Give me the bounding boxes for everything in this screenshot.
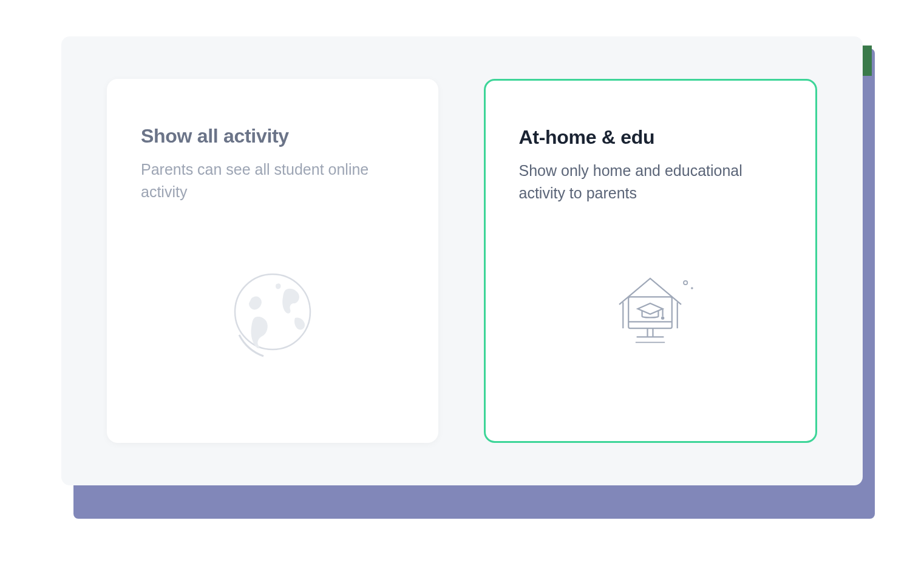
card-description: Show only home and educational activity … <box>519 160 783 204</box>
option-show-all-activity[interactable]: Show all activity Parents can see all st… <box>107 79 438 443</box>
svg-point-11 <box>684 281 687 285</box>
svg-point-0 <box>235 274 310 349</box>
home-education-icon <box>519 217 783 411</box>
svg-point-10 <box>661 316 664 319</box>
svg-rect-3 <box>628 297 672 328</box>
options-panel: Show all activity Parents can see all st… <box>61 36 863 485</box>
card-title: At-home & edu <box>519 126 783 149</box>
globe-icon <box>141 215 404 412</box>
card-description: Parents can see all student online activ… <box>141 158 404 203</box>
card-title: Show all activity <box>141 125 404 147</box>
svg-point-12 <box>691 287 693 289</box>
option-at-home-edu[interactable]: At-home & edu Show only home and educati… <box>484 79 818 443</box>
